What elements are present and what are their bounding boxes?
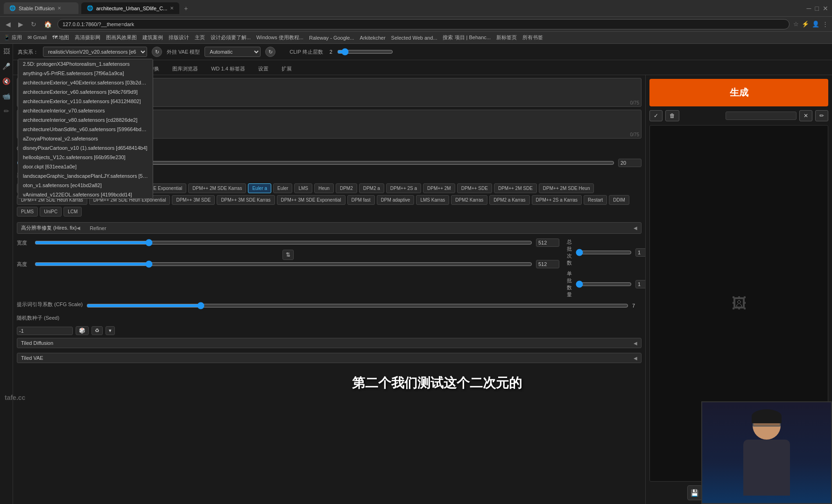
trash-button[interactable]: 🗑 [665, 110, 679, 121]
new-tab-button[interactable]: + [182, 3, 190, 14]
style-close-button[interactable]: ✕ [799, 110, 812, 121]
tab-close-1[interactable]: ✕ [57, 6, 61, 11]
bookmark-arch[interactable]: 建筑案例 [142, 34, 163, 41]
dropdown-item-11[interactable]: door.ckpt [631eea1a0e] [18, 162, 153, 171]
model-select[interactable]: realisticVisionV20_v20.safetensors [e6 [43, 47, 147, 57]
bookmark-arkitekcher[interactable]: Arkitekcher [360, 35, 386, 41]
batch-size-input[interactable] [635, 280, 645, 288]
seed-recycle-button[interactable]: ♻ [92, 326, 103, 335]
dropdown-item-8[interactable]: aZovyaPhotoreal_v2.safetensors [18, 134, 153, 143]
steps-input[interactable] [618, 159, 642, 167]
vae-select[interactable]: Automatic [204, 47, 261, 57]
bookmark-apps[interactable]: 📱 应用 [4, 34, 22, 41]
cfg-slider[interactable] [86, 302, 628, 309]
sampler-dpmsde[interactable]: DPM++ SDE [457, 183, 492, 193]
tab-wd-tagger[interactable]: WD 1.4 标签器 [205, 63, 251, 75]
width-slider[interactable] [35, 239, 532, 246]
dropdown-item-9[interactable]: disneyPixarCartoon_v10 (1).safetensors [… [18, 143, 153, 153]
sampler-heun[interactable]: Heun [314, 183, 334, 193]
dropdown-item-7[interactable]: architectureUrbanSdlife_v60.safetensors … [18, 125, 153, 134]
clip-slider[interactable] [337, 48, 393, 56]
swap-dimensions-button[interactable]: ⇅ [282, 250, 294, 260]
sampler-dpm2sa[interactable]: DPM++ 2S a [386, 183, 421, 193]
sidebar-mic-icon[interactable]: 🎤 [2, 63, 10, 70]
tab-extensions[interactable]: 扩展 [276, 63, 297, 75]
reload-button[interactable]: ↻ [29, 20, 38, 29]
sampler-restart[interactable]: Restart [584, 195, 607, 205]
sidebar-video-icon[interactable]: 📹 [2, 92, 10, 100]
sampler-dpm-fast[interactable]: DPM fast [347, 195, 375, 205]
bookmark-windows[interactable]: Windows 使用教程... [256, 34, 303, 41]
tiled-diffusion-toggle[interactable]: Tiled Diffusion ◀ [17, 338, 642, 348]
bookmark-home[interactable]: 主页 [195, 34, 205, 41]
bookmark-gmail[interactable]: ✉ Gmail [28, 35, 47, 41]
sampler-plms[interactable]: PLMS [17, 207, 38, 217]
forward-button[interactable]: ▶ [16, 20, 25, 29]
batch-count-slider[interactable] [576, 249, 632, 256]
bookmark-search[interactable]: 搜索 项目 | Behanc... [443, 34, 491, 41]
address-input[interactable] [57, 19, 790, 29]
checkmark-button[interactable]: ✓ [649, 110, 663, 121]
height-slider[interactable] [35, 260, 532, 268]
bookmark-photo[interactable]: 高清摄影网 [75, 34, 100, 41]
seed-input[interactable] [17, 327, 73, 335]
model-dropdown[interactable]: 2.5D: protogenX34Photorealism_1.safetens… [18, 59, 153, 199]
bookmark-all[interactable]: 所有书签 [522, 34, 543, 41]
dropdown-item-6[interactable]: architectureInterior_v80.safetensors [cd… [18, 115, 153, 125]
sampler-lms-karras[interactable]: LMS Karras [416, 195, 449, 205]
dropdown-item-3[interactable]: architectureExterior_v60.safetensors [04… [18, 87, 153, 97]
extension-icon[interactable]: ⚡ [802, 21, 809, 28]
bookmark-layout[interactable]: 排版设计 [169, 34, 189, 41]
sampler-unipc[interactable]: UniPC [40, 207, 62, 217]
tool-save-button[interactable]: 💾 [687, 485, 702, 500]
sampler-dpm2-karras[interactable]: DPM2 Karras [451, 195, 487, 205]
dropdown-item-0[interactable]: 2.5D: protogenX34Photorealism_1.safetens… [18, 59, 153, 69]
sampler-dpm3msde-karras[interactable]: DPM++ 3M SDE Karras [217, 195, 275, 205]
sampler-dpm2a[interactable]: DPM2 a [359, 183, 384, 193]
tab-settings[interactable]: 设置 [253, 63, 274, 75]
maximize-icon[interactable]: □ [815, 5, 819, 12]
style-input[interactable] [726, 112, 797, 120]
generate-button[interactable]: 生成 [649, 79, 828, 106]
profile-icon[interactable]: 👤 [812, 21, 819, 28]
dropdown-item-5[interactable]: architectureInterior_v70.safetensors [18, 106, 153, 115]
bookmark-design[interactable]: 设计必须要了解... [211, 34, 251, 41]
sampler-lms[interactable]: LMS [294, 183, 312, 193]
bookmark-raleway[interactable]: Raleway - Google... [309, 35, 354, 41]
sampler-dpm3msde-exp[interactable]: DPM++ 3M SDE Exponential [277, 195, 345, 205]
dropdown-item-10[interactable]: helloobjects_V12c.safetensors [66b959e23… [18, 153, 153, 162]
model-refresh-button[interactable]: ↻ [152, 47, 162, 57]
bookmark-maps[interactable]: 🗺 地图 [52, 34, 69, 41]
dropdown-item-14[interactable]: vAnimated_v122EOL.safetensors [4199bcdd1… [18, 190, 153, 199]
tab-architecture[interactable]: 🌐 architecture_Urban_SDlife_C... ✕ [81, 2, 179, 14]
sampler-dpm-adaptive[interactable]: DPM adaptive [377, 195, 415, 205]
seed-dropdown-button[interactable]: ▾ [106, 326, 115, 335]
width-input[interactable] [536, 238, 559, 247]
dropdown-item-4[interactable]: architectureExterior_v110.safetensors [6… [18, 97, 153, 106]
sampler-dpm2[interactable]: DPM2 [336, 183, 357, 193]
sampler-dpm2msde-heun[interactable]: DPM++ 2M SDE Heun [539, 183, 594, 193]
hires-fix-toggle[interactable]: 高分辨率修复 (Hires. fix) ◀ Refiner ◀ [17, 222, 642, 234]
seed-dice-button[interactable]: 🎲 [76, 326, 89, 335]
sampler-dpm2sa-karras[interactable]: DPM++ 2S a Karras [532, 195, 582, 205]
sampler-dpm2msde[interactable]: DPM++ 2M SDE [494, 183, 537, 193]
tab-close-2[interactable]: ✕ [170, 6, 174, 11]
dropdown-item-1[interactable]: anything-v5-PrtRE.safetensors [7f96a1a9c… [18, 69, 153, 78]
style-edit-button[interactable]: ✏ [815, 110, 828, 121]
vae-refresh-button[interactable]: ↻ [265, 47, 275, 57]
sampler-dpm2msde-karras[interactable]: DPM++ 2M SDE Karras [188, 183, 246, 193]
sampler-dpm2m[interactable]: DPM++ 2M [423, 183, 455, 193]
sampler-euler-a[interactable]: Euler a [248, 183, 271, 193]
dropdown-item-2[interactable]: architectureExterior_v40Exterior.safeten… [18, 78, 153, 87]
height-input[interactable] [536, 260, 559, 268]
sidebar-edit-icon[interactable]: ✏ [4, 107, 9, 115]
sidebar-mute-icon[interactable]: 🔇 [2, 77, 10, 85]
bookmark-newtab[interactable]: 新标签页 [496, 34, 517, 41]
close-icon[interactable]: ✕ [823, 5, 828, 12]
dropdown-item-12[interactable]: landscapeGraphic_landscapePlanLJY.safete… [18, 171, 153, 181]
dropdown-item-13[interactable]: oton_v1.safetensors [ec41bd2a82] [18, 181, 153, 190]
batch-count-input[interactable] [635, 248, 645, 257]
sidebar-image-icon[interactable]: 🖼 [3, 48, 10, 55]
bookmark-drawing[interactable]: 图画风效果图 [106, 34, 137, 41]
home-button[interactable]: 🏠 [42, 20, 54, 29]
